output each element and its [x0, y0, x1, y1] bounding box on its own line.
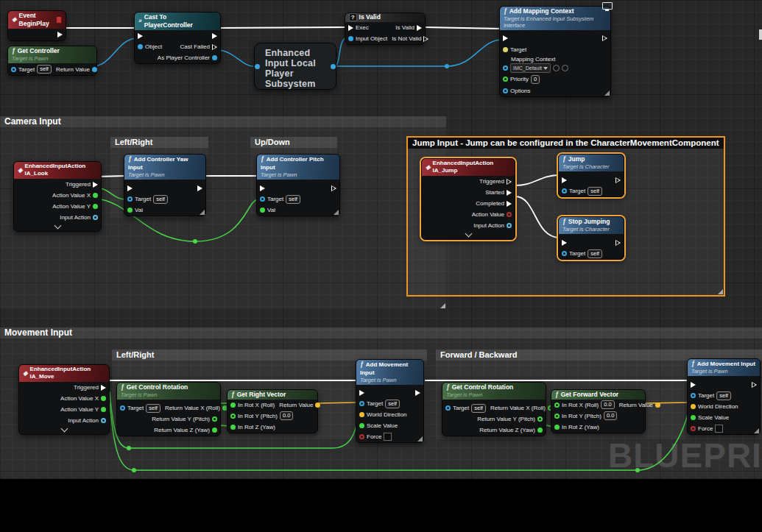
is-valid-exec-pin[interactable] [417, 25, 422, 31]
chevron-down-icon[interactable] [465, 230, 472, 238]
scrollbar-marker[interactable] [759, 29, 762, 40]
node-add-movement-input-right[interactable]: ƒAdd Movement Input Target is Pawn Targe… [687, 358, 761, 435]
return-value-pin[interactable] [315, 402, 320, 408]
force-pin[interactable] [359, 434, 364, 439]
node-jump[interactable]: ƒJump Target is Character Target self [558, 154, 624, 197]
return-value-pin[interactable] [92, 67, 97, 72]
chevron-down-icon[interactable] [60, 425, 68, 433]
action-value-y-pin[interactable] [93, 204, 98, 209]
exec-out-pin[interactable] [415, 390, 420, 396]
force-pin[interactable] [691, 426, 696, 431]
exec-out-pin[interactable] [752, 382, 757, 388]
return-value-pin[interactable] [655, 402, 660, 408]
node-event-beginplay[interactable]: ◈ Event BeginPlay [7, 10, 66, 41]
player-controller-in-pin[interactable] [255, 64, 260, 69]
exec-out-pin[interactable] [331, 185, 336, 191]
node-get-control-rotation-right[interactable]: ƒGet Control Rotation Target is Pawn Tar… [442, 382, 546, 436]
node-get-forward-vector[interactable]: ƒGet Forward Vector In Rot X (Roll) 0.0 … [551, 389, 646, 433]
target-pin[interactable] [562, 251, 567, 256]
in-rot-z-pin[interactable] [230, 425, 236, 430]
in-rot-x-pin[interactable] [554, 402, 560, 408]
return-y-pin[interactable] [537, 416, 543, 422]
self-value[interactable]: self [588, 249, 602, 258]
node-get-controller[interactable]: ƒGet Controller Target is Pawn Target se… [7, 46, 97, 76]
return-z-pin[interactable] [212, 428, 217, 433]
pitch-value[interactable]: 0.0 [604, 411, 617, 420]
target-pin[interactable] [11, 67, 16, 72]
world-direction-pin[interactable] [359, 412, 364, 417]
exec-out-pin[interactable] [615, 240, 621, 246]
target-pin[interactable] [503, 47, 508, 52]
started-exec-pin[interactable] [507, 190, 512, 196]
self-value[interactable]: self [286, 195, 300, 204]
node-enhancedinputaction-ia-jump[interactable]: ◈ EnhancedInputAction IA_Jump Triggered … [421, 158, 515, 240]
action-value-pin[interactable] [507, 212, 512, 217]
exec-in-pin[interactable] [503, 35, 508, 41]
triggered-exec-pin[interactable] [101, 385, 106, 391]
in-rot-x-pin[interactable] [230, 402, 236, 408]
target-pin[interactable] [691, 393, 696, 398]
self-value[interactable]: self [716, 391, 731, 400]
scale-value-pin[interactable] [359, 423, 364, 428]
exec-out-pin[interactable] [197, 185, 202, 191]
node-stop-jumping[interactable]: ƒStop Jumping Target is Character Target… [558, 216, 624, 260]
exec-out-pin[interactable] [602, 35, 607, 41]
chevron-down-icon[interactable] [54, 222, 61, 230]
exec-in-pin[interactable] [138, 33, 143, 39]
is-not-valid-exec-pin[interactable] [423, 36, 428, 42]
use-selected-icon[interactable] [553, 65, 560, 71]
triggered-exec-pin[interactable] [93, 182, 98, 188]
val-pin[interactable] [127, 208, 133, 213]
exec-out-pin[interactable] [212, 33, 217, 39]
scale-value-pin[interactable] [691, 415, 696, 420]
self-value[interactable]: self [471, 404, 486, 413]
in-rot-y-pin[interactable] [230, 414, 236, 419]
completed-exec-pin[interactable] [507, 201, 512, 207]
node-add-movement-input-left[interactable]: ƒAdd Movement Input Target is Pawn Targe… [356, 359, 424, 443]
node-resize-handle[interactable] [604, 91, 610, 96]
exec-in-pin[interactable] [562, 240, 567, 246]
self-value[interactable]: self [153, 195, 168, 204]
node-enhancedinputaction-ia-move[interactable]: ◈ EnhancedInputAction IA_Move Triggered … [18, 364, 110, 435]
target-pin[interactable] [359, 401, 364, 406]
node-add-controller-pitch-input[interactable]: ƒAdd Controller Pitch Input Target is Pa… [256, 154, 340, 216]
input-action-pin[interactable] [93, 215, 98, 220]
options-pin[interactable] [503, 88, 508, 93]
node-get-right-vector[interactable]: ƒGet Right Vector In Rot X (Roll) Return… [227, 389, 318, 433]
node-enhancedinputaction-ia-look[interactable]: ◈ EnhancedInputAction IA_Look Triggered … [13, 161, 102, 232]
input-object-pin[interactable] [348, 36, 353, 41]
pitch-value[interactable]: 0.0 [280, 411, 293, 420]
node-resize-handle[interactable] [417, 436, 423, 441]
object-pin[interactable] [138, 44, 143, 49]
target-pin[interactable] [445, 405, 451, 411]
target-pin[interactable] [127, 196, 133, 202]
browse-icon[interactable] [562, 65, 568, 71]
self-value[interactable]: self [146, 404, 160, 413]
roll-value[interactable]: 0.0 [601, 400, 614, 409]
input-action-pin[interactable] [101, 418, 106, 423]
action-value-x-pin[interactable] [93, 193, 98, 198]
node-cast-to-playercontroller[interactable]: » Cast To PlayerController Object Cast F… [134, 12, 221, 64]
exec-in-pin[interactable] [562, 177, 567, 183]
node-add-controller-yaw-input[interactable]: ƒAdd Controller Yaw Input Target is Pawn… [124, 154, 206, 216]
in-rot-z-pin[interactable] [554, 425, 560, 430]
mapping-context-dropdown[interactable]: IMC_Default [510, 63, 551, 73]
val-pin[interactable] [260, 208, 265, 213]
as-player-controller-pin[interactable] [212, 55, 217, 60]
exec-in-pin[interactable] [127, 185, 133, 191]
node-resize-handle[interactable] [200, 210, 205, 215]
node-resize-handle[interactable] [334, 210, 339, 215]
self-value[interactable]: self [385, 400, 400, 408]
force-checkbox[interactable] [715, 425, 723, 433]
self-value[interactable]: self [37, 65, 52, 74]
exec-in-pin[interactable] [691, 382, 696, 388]
node-add-mapping-context[interactable]: ƒAdd Mapping Context Target is Enhanced … [499, 6, 611, 97]
node-get-control-rotation-left[interactable]: ƒGet Control Rotation Target is Pawn Tar… [116, 382, 221, 436]
self-value[interactable]: self [588, 187, 602, 196]
target-pin[interactable] [260, 196, 265, 202]
blueprint-graph-canvas[interactable]: BLUEPRINT Camera Input Left/Right Up/Dow… [0, 0, 762, 479]
return-y-pin[interactable] [212, 416, 217, 422]
return-value-pin[interactable] [331, 64, 336, 69]
action-value-x-pin[interactable] [101, 396, 106, 401]
priority-value[interactable]: 0 [531, 75, 540, 84]
